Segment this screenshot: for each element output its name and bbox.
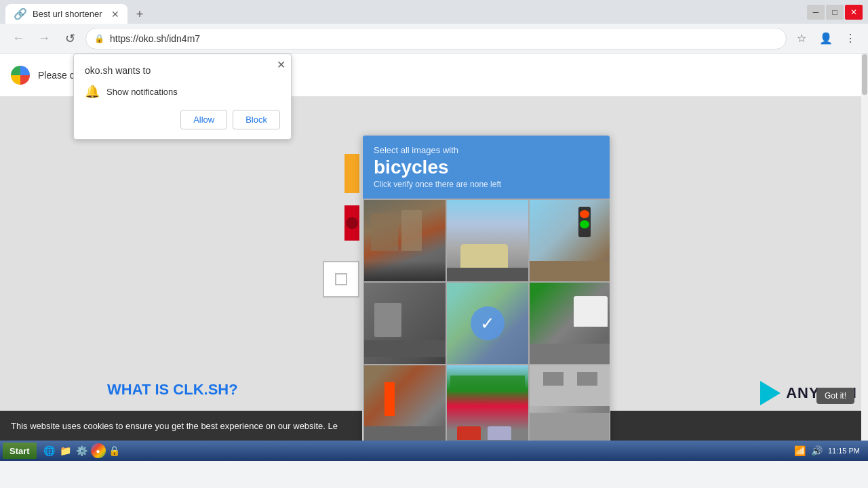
taskbar-network-icon: 📶 <box>794 445 806 456</box>
titlebar: 🔗 Best url shortener ✕ + ─ □ ✕ <box>0 0 868 24</box>
menu-button[interactable]: ⋮ <box>841 29 860 48</box>
taskbar-right: 📶 🔊 11:15 PM <box>794 445 865 456</box>
bell-icon: 🔔 <box>85 84 100 99</box>
tab-favicon: 🔗 <box>14 7 27 20</box>
profile-button[interactable]: 👤 <box>816 29 835 48</box>
recaptcha-cell-3[interactable] <box>530 200 610 281</box>
what-is-clk-heading: WHAT IS CLK.SH? <box>107 381 238 399</box>
taskbar-settings-icon[interactable]: ⚙️ <box>75 443 90 458</box>
red-block <box>344 205 359 241</box>
allow-button[interactable]: Allow <box>180 110 227 129</box>
recaptcha-cell-9[interactable] <box>530 365 610 441</box>
tab-title: Best url shortener <box>33 9 102 19</box>
taskbar: Start 🌐 📁 ⚙️ ● 🔒 📶 🔊 11:15 PM <box>0 441 868 461</box>
taskbar-security-icon[interactable]: 🔒 <box>107 443 122 458</box>
popup-buttons: Allow Block <box>85 110 280 129</box>
checkmark-overlay: ✓ <box>471 306 505 340</box>
new-tab-button[interactable]: + <box>130 5 149 24</box>
recaptcha-cell-4[interactable] <box>364 283 446 364</box>
recaptcha-instruction: Click verify once there are none left <box>374 180 599 189</box>
start-button[interactable]: Start <box>3 443 37 459</box>
taskbar-folder-icon[interactable]: 📁 <box>58 443 73 458</box>
url-text: https://oko.sh/idn4m7 <box>110 33 200 44</box>
browser-toolbar: ← → ↺ 🔒 https://oko.sh/idn4m7 ☆ 👤 ⋮ <box>0 24 868 54</box>
notification-row: 🔔 Show notifications <box>85 84 280 99</box>
active-tab[interactable]: 🔗 Best url shortener ✕ <box>5 4 127 24</box>
google-logo <box>11 66 30 85</box>
back-button[interactable]: ← <box>8 28 28 49</box>
checkbox-container <box>323 261 359 298</box>
recaptcha-cell-1[interactable] <box>364 200 446 281</box>
recaptcha-header: Select all images with bicycles Click ve… <box>363 136 610 199</box>
close-button[interactable]: ✕ <box>845 5 863 20</box>
popup-close-button[interactable]: ✕ <box>277 58 285 71</box>
checkbox[interactable] <box>335 273 347 285</box>
anyrun-play-icon <box>760 381 781 405</box>
tab-bar: 🔗 Best url shortener ✕ + <box>5 0 802 24</box>
lock-icon: 🔒 <box>94 34 104 43</box>
taskbar-icons: 🌐 📁 ⚙️ ● 🔒 <box>42 443 122 458</box>
taskbar-time: 11:15 PM <box>828 447 860 455</box>
bookmark-button[interactable]: ☆ <box>792 29 811 48</box>
recaptcha-cell-6[interactable] <box>530 283 610 364</box>
scrollbar-thumb[interactable] <box>862 54 867 95</box>
minimize-button[interactable]: ─ <box>807 5 825 20</box>
notification-label: Show notifications <box>106 87 178 97</box>
window-controls: ─ □ ✕ <box>807 5 863 20</box>
cookie-text: This website uses cookies to ensure you … <box>11 421 338 431</box>
notification-popup: ✕ oko.sh wants to 🔔 Show notifications A… <box>73 54 292 140</box>
taskbar-chrome-icon[interactable]: ● <box>91 443 106 458</box>
page-scrollbar[interactable] <box>861 54 868 441</box>
recaptcha-cell-7[interactable] <box>364 365 446 441</box>
address-bar[interactable]: 🔒 https://oko.sh/idn4m7 <box>85 28 787 49</box>
recaptcha-cell-8[interactable] <box>447 365 528 441</box>
page-area: Please ch Google Ch WHAT IS CLK.SH? This… <box>0 54 868 441</box>
recaptcha-cell-5[interactable]: ✓ <box>447 283 528 364</box>
yellow-block <box>344 154 359 193</box>
taskbar-ie-icon[interactable]: 🌐 <box>42 443 57 458</box>
maximize-button[interactable]: □ <box>826 5 844 20</box>
recaptcha-widget: Select all images with bicycles Click ve… <box>362 135 610 441</box>
forward-button[interactable]: → <box>34 28 54 49</box>
popup-title: oko.sh wants to <box>85 65 280 76</box>
got-it-button[interactable]: Got it! <box>816 388 854 404</box>
recaptcha-cell-2[interactable] <box>447 200 528 281</box>
recaptcha-grid: ✓ <box>363 199 610 441</box>
block-button[interactable]: Block <box>233 110 280 129</box>
tab-close-icon[interactable]: ✕ <box>111 9 119 20</box>
taskbar-volume-icon: 🔊 <box>811 445 823 456</box>
recaptcha-select-all-text: Select all images with <box>374 145 599 155</box>
recaptcha-subject: bicycles <box>374 157 599 178</box>
refresh-button[interactable]: ↺ <box>60 28 80 49</box>
